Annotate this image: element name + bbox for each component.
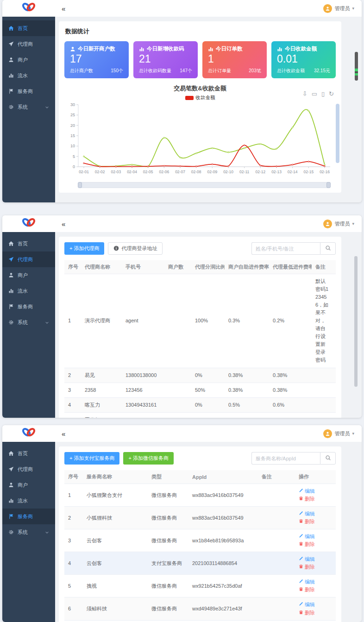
table-cell: 3 bbox=[64, 383, 81, 397]
sidebar-collapse-button[interactable]: « bbox=[62, 220, 65, 227]
table-cell: 1 bbox=[64, 484, 83, 507]
sidebar-item-home[interactable]: 首页 bbox=[2, 20, 55, 36]
svg-text:02-16: 02-16 bbox=[320, 170, 330, 174]
table-cell: wx1b84eb819b95893a bbox=[188, 529, 258, 552]
stat-card-value: 17 bbox=[70, 53, 123, 65]
svg-text:02-07: 02-07 bbox=[175, 170, 185, 174]
table-cell-actions: 编辑删除 bbox=[295, 484, 336, 507]
table-cell bbox=[164, 274, 191, 368]
edit-button[interactable]: 编辑 bbox=[299, 533, 315, 540]
sidebar-item-agents[interactable]: 代理商 bbox=[2, 461, 55, 477]
table-cell: 拽视 bbox=[83, 575, 148, 597]
agent-login-url-button[interactable]: 代理商登录地址 bbox=[108, 242, 163, 255]
delete-button[interactable]: 删除 bbox=[299, 518, 315, 526]
sidebar-item-flow[interactable]: 流水 bbox=[2, 68, 55, 83]
chart-toolbox: ⇩▭▯↻ bbox=[302, 91, 334, 97]
table-row: 4喀互力130494331610%0.5%0.6%2 bbox=[64, 397, 336, 412]
search-input[interactable] bbox=[251, 452, 320, 465]
table-cell: 18848891927 bbox=[122, 412, 164, 418]
agent-login-url-label: 代理商登录地址 bbox=[121, 245, 157, 252]
edit-button[interactable]: 编辑 bbox=[299, 555, 315, 563]
column-header: 商户自助进件费率 bbox=[225, 260, 269, 274]
user-icon bbox=[70, 46, 75, 52]
sidebar-item-flow[interactable]: 流水 bbox=[2, 283, 55, 299]
heart-logo-icon bbox=[21, 427, 37, 440]
edit-button[interactable]: 编辑 bbox=[299, 510, 315, 518]
delete-icon bbox=[299, 563, 303, 571]
sidebar-item-providers[interactable]: 服务商 bbox=[2, 299, 55, 314]
sidebar-item-label: 服务商 bbox=[18, 88, 33, 95]
datazoom-right-handle[interactable] bbox=[326, 182, 331, 188]
sidebar-item-system[interactable]: 系统 bbox=[2, 314, 55, 330]
table-cell: 2358 bbox=[81, 383, 122, 397]
page-scrollbar-thumb[interactable] bbox=[355, 52, 358, 81]
delete-button[interactable]: 删除 bbox=[299, 540, 315, 548]
table-row: 1小狐狸聚合支付微信服务商wx883ac9416b037549编辑删除 bbox=[64, 484, 336, 507]
sidebar-collapse-button[interactable]: « bbox=[62, 5, 65, 12]
refresh-icon[interactable]: ↻ bbox=[329, 91, 334, 97]
add-agent-button[interactable]: + 添加代理商 bbox=[64, 242, 104, 255]
add-alipay-provider-button[interactable]: + 添加支付宝服务商 bbox=[64, 452, 119, 465]
chart-scrollbar-thumb[interactable] bbox=[336, 104, 339, 163]
sidebar-item-providers[interactable]: 服务商 bbox=[2, 83, 55, 99]
delete-button[interactable]: 删除 bbox=[299, 586, 315, 594]
table-cell: agent bbox=[122, 274, 164, 368]
page-scrollbar-thumb[interactable] bbox=[354, 256, 358, 387]
sidebar-collapse-button[interactable]: « bbox=[62, 430, 65, 437]
table-cell: 0.38% bbox=[269, 383, 312, 397]
app-logo[interactable] bbox=[2, 1, 55, 15]
sidebar-item-label: 商户 bbox=[18, 57, 28, 63]
table-cell: 喀互力 bbox=[81, 397, 122, 412]
table-cell: 王俊凯 bbox=[81, 412, 122, 418]
datazoom-slider[interactable] bbox=[78, 182, 330, 188]
sidebar-item-merchants[interactable]: 商户 bbox=[2, 477, 55, 493]
sidebar-item-home[interactable]: 首页 bbox=[2, 446, 55, 461]
sidebar-item-system[interactable]: 系统 bbox=[2, 99, 55, 115]
top-bar: « 管理员 ▾ bbox=[2, 215, 362, 232]
edit-button[interactable]: 编辑 bbox=[299, 578, 315, 586]
data-view-icon[interactable]: ▭ bbox=[312, 91, 317, 97]
sidebar-item-agents[interactable]: 代理商 bbox=[2, 36, 55, 52]
table-cell: 云创客 bbox=[83, 552, 148, 575]
edit-icon bbox=[299, 578, 303, 586]
table-cell bbox=[312, 412, 333, 418]
table-row: 3235812345650%0.38%0.38%2 bbox=[64, 383, 336, 397]
stat-card-foot-value: 203笔 bbox=[249, 68, 261, 74]
sidebar-item-label: 流水 bbox=[18, 72, 28, 79]
delete-button[interactable]: 删除 bbox=[299, 609, 315, 617]
sidebar-item-providers[interactable]: 服务商 bbox=[2, 509, 55, 524]
search-button[interactable] bbox=[320, 452, 336, 465]
sidebar-item-home[interactable]: 首页 bbox=[2, 236, 55, 251]
table-row: 3云创客微信服务商wx1b84eb819b95893a编辑删除 bbox=[64, 529, 336, 552]
sidebar-item-merchants[interactable]: 商户 bbox=[2, 267, 55, 283]
svg-text:5: 5 bbox=[73, 154, 75, 159]
screen-agents: « 管理员 ▾ 首页代理商商户流水服务商系统 + 添加代理商 代理商登录地址 bbox=[2, 215, 362, 418]
edit-button[interactable]: 编辑 bbox=[299, 601, 315, 609]
app-logo[interactable] bbox=[2, 217, 55, 231]
main-content: + 添加代理商 代理商登录地址 序号代理商名称手机号商户数代理分润比例商户自助进… bbox=[55, 232, 362, 418]
add-wechat-provider-button[interactable]: + 添加微信服务商 bbox=[123, 452, 173, 465]
sidebar-item-merchants[interactable]: 商户 bbox=[2, 52, 55, 68]
delete-icon bbox=[299, 495, 303, 503]
app-logo[interactable] bbox=[2, 427, 55, 440]
table-cell: 演示代理商 bbox=[81, 274, 122, 368]
search-button[interactable] bbox=[320, 242, 336, 255]
datazoom-left-handle[interactable] bbox=[78, 182, 82, 188]
delete-button[interactable]: 删除 bbox=[299, 495, 315, 503]
column-header: 类型 bbox=[148, 470, 188, 484]
user-menu[interactable]: 管理员 ▾ bbox=[323, 220, 354, 228]
chart-legend-item[interactable]: 收款金额 bbox=[64, 94, 336, 101]
delete-button[interactable]: 删除 bbox=[299, 563, 315, 571]
save-image-icon[interactable]: ⇩ bbox=[302, 91, 308, 97]
edit-button[interactable]: 编辑 bbox=[299, 487, 315, 495]
search-input[interactable] bbox=[251, 242, 320, 255]
table-row: 7四川鑫湾智安微信服务商wxea33c549fc810256编辑删除 bbox=[64, 620, 336, 622]
sidebar-item-agents[interactable]: 代理商 bbox=[2, 251, 55, 267]
restore-icon[interactable]: ▯ bbox=[321, 91, 325, 97]
sidebar-item-system[interactable]: 系统 bbox=[2, 524, 55, 540]
sidebar-item-flow[interactable]: 流水 bbox=[2, 493, 55, 509]
svg-text:02-02: 02-02 bbox=[95, 170, 105, 174]
user-menu[interactable]: 管理员 ▾ bbox=[323, 4, 354, 13]
user-menu[interactable]: 管理员 ▾ bbox=[323, 429, 354, 438]
top-bar: « 管理员 ▾ bbox=[2, 0, 362, 17]
